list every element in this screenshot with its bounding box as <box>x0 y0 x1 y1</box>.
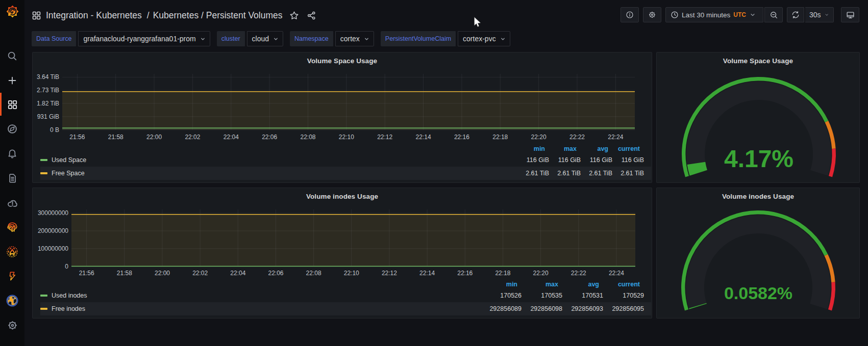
legend-row[interactable]: Free Space 2.61 TiB 2.61 TiB 2.61 TiB 2.… <box>40 167 651 180</box>
svg-text:21:58: 21:58 <box>108 134 123 141</box>
search-icon <box>7 50 18 62</box>
svg-text:0: 0 <box>65 263 68 270</box>
variable-label: Data Source <box>32 31 76 46</box>
legend-col-min[interactable]: min <box>517 145 549 152</box>
cycle-view-mode-button[interactable] <box>841 7 859 22</box>
timeseries-chart[interactable]: 010000000020000000030000000021:5621:5822… <box>33 188 652 280</box>
chevron-down-icon <box>272 36 279 42</box>
panel-volume-inodes-usage-graph[interactable]: Volume inodes Usage 01000000002000000003… <box>32 188 652 318</box>
gauge-chart: 4.17% <box>657 52 859 182</box>
variable-namespace: Namespace cortex <box>290 31 374 46</box>
chevron-down-icon <box>200 36 206 42</box>
legend-col-avg[interactable]: avg <box>562 281 603 288</box>
svg-text:1.82 TiB: 1.82 TiB <box>37 100 59 107</box>
series-color-marker <box>40 172 47 174</box>
favorite-star-button[interactable] <box>289 11 299 20</box>
svg-text:22:14: 22:14 <box>419 270 435 277</box>
refresh-button[interactable] <box>787 7 804 22</box>
zoom-out-button[interactable] <box>764 7 783 22</box>
sidebar-item-incident[interactable] <box>0 242 24 262</box>
svg-text:21:56: 21:56 <box>69 134 85 141</box>
panel-legend: min max avg current Used Space 116 GiB 1… <box>40 144 651 180</box>
gauge-chart: 0.0582% <box>657 188 859 318</box>
cloud-exclamation-icon <box>7 197 18 209</box>
svg-text:931 GiB: 931 GiB <box>37 113 59 120</box>
svg-text:0 B: 0 B <box>50 126 59 134</box>
svg-text:21:56: 21:56 <box>79 270 94 277</box>
sidebar-item-create[interactable] <box>0 70 24 91</box>
series-color-marker <box>40 159 47 161</box>
legend-col-current[interactable]: current <box>603 281 644 288</box>
sidebar-item-explore[interactable] <box>0 119 24 139</box>
legend-col-avg[interactable]: avg <box>581 145 612 152</box>
breadcrumb-dashboard[interactable]: Kubernetes / Persistent Volumes <box>153 10 283 21</box>
chevron-down-icon <box>749 11 756 18</box>
chevron-down-icon <box>363 36 370 42</box>
svg-text:22:10: 22:10 <box>344 270 359 277</box>
series-color-marker <box>40 308 47 310</box>
legend-col-max[interactable]: max <box>549 145 581 152</box>
sidebar-item-machine-learning[interactable] <box>0 217 24 237</box>
grafana-logo[interactable] <box>0 1 24 21</box>
variable-pvc: PersistentVolumeClaim cortex-pvc <box>381 31 510 46</box>
legend-row[interactable]: Used Space 116 GiB 116 GiB 116 GiB 116 G… <box>40 153 651 167</box>
legend-col-current[interactable]: current <box>612 145 644 152</box>
timeseries-chart[interactable]: 0 B931 GiB1.82 TiB2.73 TiB3.64 TiB21:562… <box>33 52 652 145</box>
svg-text:22:06: 22:06 <box>268 270 283 277</box>
breadcrumb-separator: / <box>147 10 150 21</box>
apps-icon <box>32 11 41 20</box>
time-controls: Last 30 minutes UTC <box>665 7 783 22</box>
sidebar-item-alerting[interactable] <box>0 143 24 164</box>
sidebar-item-search[interactable] <box>0 46 24 66</box>
sidebar-item-cloud-alerts[interactable] <box>0 193 24 213</box>
svg-text:22:00: 22:00 <box>155 270 170 277</box>
dashboard-settings-button[interactable] <box>643 7 661 22</box>
panel-volume-space-usage-graph[interactable]: Volume Space Usage 0 B931 GiB1.82 TiB2.7… <box>32 52 652 183</box>
main-content: Integration - Kubernetes / Kubernetes / … <box>24 0 868 346</box>
svg-text:22:18: 22:18 <box>495 270 510 277</box>
legend-row[interactable]: Used inodes 170526 170535 170531 170529 <box>40 289 651 302</box>
svg-text:22:16: 22:16 <box>454 134 469 141</box>
sidebar-item-docs[interactable] <box>0 168 24 188</box>
svg-text:22:08: 22:08 <box>300 134 315 141</box>
breadcrumb-folder[interactable]: Integration - Kubernetes <box>46 10 142 21</box>
svg-text:22:20: 22:20 <box>531 134 547 141</box>
variable-value-dropdown[interactable]: cloud <box>247 31 283 46</box>
nav-sidebar <box>0 0 24 346</box>
legend-col-max[interactable]: max <box>522 281 562 288</box>
svg-text:4.17%: 4.17% <box>724 145 793 172</box>
grafana-logo-icon <box>6 5 19 18</box>
sidebar-item-dashboards[interactable] <box>0 94 24 115</box>
svg-text:21:58: 21:58 <box>117 270 132 277</box>
svg-text:100000000: 100000000 <box>38 245 68 252</box>
panel-volume-inodes-usage-gauge[interactable]: Volume inodes Usage 0.0582% <box>656 188 860 318</box>
variable-label: cluster <box>217 31 245 46</box>
sidebar-item-synthetic-monitoring[interactable] <box>0 290 24 311</box>
plus-icon <box>7 75 18 86</box>
svg-text:22:22: 22:22 <box>571 270 586 277</box>
sidebar-item-settings[interactable] <box>0 315 24 335</box>
legend-col-min[interactable]: min <box>481 281 522 288</box>
chevron-down-icon <box>500 36 506 42</box>
time-range-label: Last 30 minutes <box>682 11 730 19</box>
svg-text:22:20: 22:20 <box>533 270 549 277</box>
timezone-label: UTC <box>733 11 746 18</box>
dashboards-icon <box>7 99 18 110</box>
globe-icon <box>6 295 18 307</box>
variable-value-dropdown[interactable]: cortex <box>335 31 374 46</box>
svg-text:22:04: 22:04 <box>224 134 239 141</box>
variable-value-dropdown[interactable]: grafanacloud-ryanggrafana01-prom <box>78 31 210 46</box>
share-button[interactable] <box>307 11 316 20</box>
svg-text:22:10: 22:10 <box>339 134 354 141</box>
bell-icon <box>7 148 18 159</box>
variable-value-dropdown[interactable]: cortex-pvc <box>458 31 510 46</box>
legend-row[interactable]: Free inodes 292856089 292856098 29285609… <box>40 302 651 315</box>
refresh-interval-picker[interactable]: 30s <box>805 7 834 22</box>
compass-icon <box>7 123 18 135</box>
panel-legend: min max avg current Used inodes 170526 1… <box>40 280 651 315</box>
refresh-controls: 30s <box>787 7 834 22</box>
panel-volume-space-usage-gauge[interactable]: Volume Space Usage 4.17% <box>656 52 860 183</box>
sidebar-item-performance[interactable] <box>0 266 24 286</box>
time-range-picker[interactable]: Last 30 minutes UTC <box>665 7 763 22</box>
dashboard-info-button[interactable] <box>621 7 639 22</box>
